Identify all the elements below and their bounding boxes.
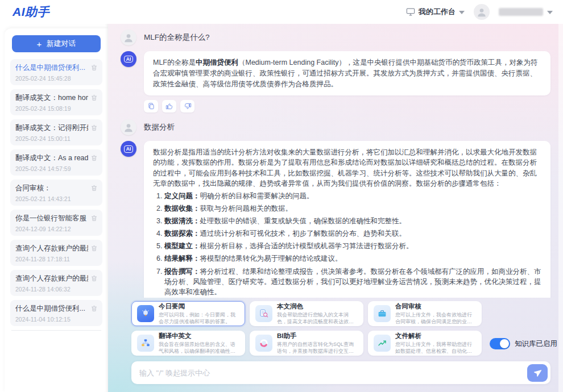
composer-area: 今日要闻 您可以问我，例如：今日要闻，我会尽力提供准确和可靠的答案。 本文润色 … [108,298,563,392]
card-text-polish[interactable]: 本文润色 我会帮助您进行您输入的文本润色，提高文本的流畅度和表达效果。 [250,301,363,326]
trash-icon[interactable] [90,244,98,252]
list-item: 报告撰写：将分析过程、结果和结论整理成报告，供决策者参考。数据分析在各个领域都有… [164,266,541,297]
user-message: 数据分析 [121,119,550,135]
app-window: AI助手 我的工作台 + 新建对话 [0,0,563,392]
thumbs-up-button[interactable] [162,100,176,112]
quick-prompt-cards: 今日要闻 您可以问我，例如：今日要闻，我会尽力提供准确和可靠的答案。 本文润色 … [131,301,482,356]
conversation-time: 2024-11-28 14:06:32 [15,286,97,293]
conversation-item[interactable]: 什么是中期借贷便利... 2024-11-04 10:12:15 [10,300,102,326]
user-avatar [121,119,136,135]
conversation-item[interactable]: 合同审核： 2025-02-21 14:43:21 [10,180,102,206]
conversation-title: 你是一位银行智能客服，... [15,214,88,223]
copy-icon [147,102,155,110]
card-title: 文件解析 [395,332,476,340]
conversation-title: 查询个人存款账户的最新... [15,244,88,253]
card-title: 本文润色 [277,302,358,311]
conversation-item[interactable]: 你是一位银行智能客服，... 2024-12-09 14:22:12 [10,210,102,236]
card-contract-review[interactable]: 合同审核 您可以上传文件，我会有效地进行合同审核，确保合同满足您的业务需求。 [368,301,482,326]
user-message: MLF的全称是什么? [121,30,550,45]
conversation-title: 查询个人存款账户的最新... [15,274,88,283]
conversation-time: 2024-11-04 10:12:15 [15,316,97,323]
card-desc: 将用户的自然语言转化为SQL查询语句，并直接与数据库进行交互，返回智能推荐的图表… [277,341,358,355]
user-message-text: 数据分析 [144,122,175,132]
ai-text-bold: 中期借贷便利 [196,59,238,66]
conversation-title: 什么是中期借贷便利... [15,304,88,314]
account-menu[interactable] [499,8,553,16]
conversation-title: 翻译成英文：记得刚开始... [15,123,88,133]
card-file-parse[interactable]: 文件解析 您可以上传文件，我将帮助您进行如数据处理、信息检索、自动化办公等。 [368,331,482,356]
card-desc: 您可以上传文件，我会有效地进行合同审核，确保合同满足您的业务需求。 [395,312,476,325]
ai-avatar: AI [121,51,136,67]
send-button[interactable] [527,364,548,382]
plus-icon: + [37,40,42,48]
user-avatar[interactable] [474,4,490,20]
knowledge-base-toggle-row: 知识库已启用 [490,338,557,349]
ai-text: 数据分析是指用适当的统计分析方法对收集来的大量数据进行分析，将它们加以汇总和理解… [153,148,537,187]
card-translate[interactable]: 翻译中英文 我会旨在保留原始信息的含义、语气和风格，以确保翻译的准确性和自然流畅… [131,331,245,356]
chevron-down-icon [547,11,553,14]
card-desc: 您可以问我，例如：今日要闻，我会尽力提供准确和可靠的答案。 [159,312,239,325]
conversation-title: 翻译成英文：home home [15,93,88,103]
list-item: 模型建立：根据分析目标，选择合适的统计模型或机器学习算法进行数据分析。 [164,241,541,251]
card-bi-assistant[interactable]: BI助手 将用户的自然语言转化为SQL查询语句，并直接与数据库进行交互，返回智能… [250,331,363,356]
list-item: 定义问题：明确分析的目标和需要解决的问题。 [164,191,541,201]
trash-icon[interactable] [90,64,98,72]
trash-icon[interactable] [90,184,98,192]
card-title: 翻译中英文 [159,332,239,340]
new-chat-button[interactable]: + 新建对话 [12,35,101,52]
conversation-item[interactable]: 查询个人存款账户的最新... 2024-11-28 17:18:11 [10,240,102,266]
trash-icon[interactable] [90,214,98,222]
message-list: MLF的全称是什么? AI MLF的全称是中期借贷便利（Medium-term … [108,24,563,298]
thumbs-down-button[interactable] [180,100,194,112]
trash-icon[interactable] [90,94,98,102]
trash-icon[interactable] [90,154,98,162]
user-message-text: MLF的全称是什么? [144,32,210,43]
list-item: 数据清洗：处理数据中的错误、重复或缺失值，确保数据的准确性和完整性。 [164,216,541,226]
card-desc: 我会旨在保留原始信息的含义、语气和风格，以确保翻译的准确性和自然流畅。 [159,341,239,355]
card-title: 今日要闻 [159,302,239,311]
workspace-menu[interactable]: 我的工作台 [406,7,465,17]
donut-chart-icon [255,335,272,352]
card-today-news[interactable]: 今日要闻 您可以问我，例如：今日要闻，我会尽力提供准确和可靠的答案。 [131,301,245,326]
polish-doc-icon [255,305,272,322]
conversation-item[interactable]: 翻译成英文：home home 2025-02-24 15:08:19 [10,89,102,115]
new-chat-label: 新建对话 [46,39,76,49]
person-icon [476,6,487,18]
chat-input[interactable] [139,369,527,377]
trash-icon[interactable] [90,124,98,132]
scrollbar[interactable] [558,24,563,392]
app-logo: AI助手 [13,4,49,20]
conversation-item[interactable]: 翻译成中文：As a reader... 2025-02-24 14:57:59 [10,149,102,176]
ai-message: AI 数据分析是指用适当的统计分析方法对收集来的大量数据进行分析，将它们加以汇总… [121,141,550,298]
composer [131,361,550,384]
person-icon [123,122,134,133]
conversation-time: 2024-12-09 14:22:12 [15,226,97,232]
sidebar-divider [11,330,101,331]
username-redacted [499,8,543,16]
conversation-item[interactable]: 什么是中期借贷便利... 2025-02-24 15:45:28 [10,59,102,85]
ai-message: AI MLF的全称是中期借贷便利（Medium-term Lending Fac… [121,51,550,95]
conversation-time: 2024-11-28 17:18:11 [15,256,97,262]
user-avatar [121,30,136,45]
translate-icon [137,335,154,352]
list-item: 数据探索：通过统计分析和可视化技术，初步了解数据的分布、趋势和关联。 [164,228,541,239]
list-item: 结果解释：将模型的结果转化为易于理解的结论或建议。 [164,253,541,264]
ai-logo-icon: AI [124,56,133,63]
conversation-title: 合同审核： [15,184,88,193]
trend-arrow-icon [374,335,391,352]
trash-icon[interactable] [90,274,98,282]
list-item: 数据收集：获取与分析问题相关的数据。 [164,203,541,214]
conversation-title: 翻译成中文：As a reader... [15,153,88,163]
knowledge-base-toggle[interactable] [490,338,510,349]
conversation-item[interactable]: 翻译成英文：记得刚开始... 2025-02-24 15:00:11 [10,119,102,145]
conversation-time: 2025-02-24 15:08:19 [15,105,97,112]
monitor-icon [406,8,415,16]
ai-message-bubble: MLF的全称是中期借贷便利（Medium-term Lending Facili… [144,51,550,95]
conversation-item[interactable]: 查询个人存款账户的最新... 2024-11-28 14:06:32 [10,270,102,296]
thumbs-up-icon [165,102,173,110]
conversation-time: 2025-02-24 14:57:59 [15,165,97,172]
copy-button[interactable] [144,100,158,112]
card-desc: 我会帮助您进行您输入的文本润色，提高文本的流畅度和表达效果。 [277,312,358,325]
trash-icon[interactable] [90,305,98,312]
briefcase-icon [374,305,391,322]
